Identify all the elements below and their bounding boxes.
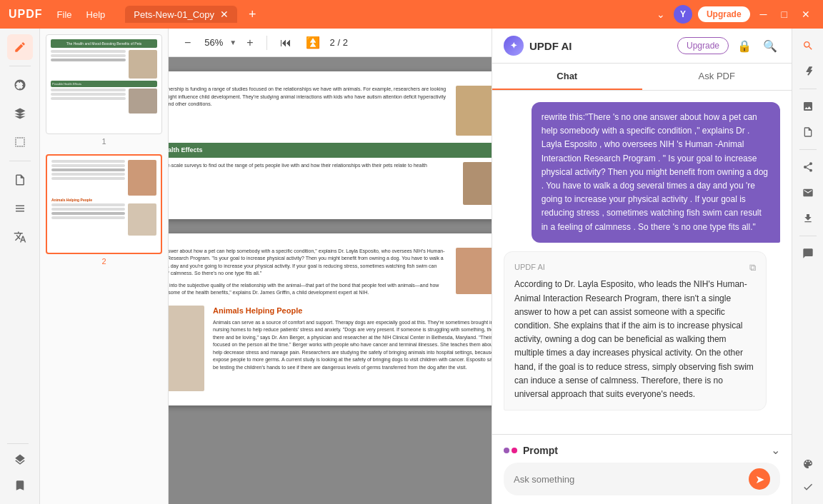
prompt-dot-pink bbox=[512, 448, 517, 453]
main-container: The Health and Mood-Boosting Benefits of… bbox=[0, 29, 823, 504]
sidebar-item-organize[interactable] bbox=[7, 196, 33, 221]
page2-animals-section: Animals Helping People Animals can serve… bbox=[169, 306, 492, 391]
page2-image-1 bbox=[456, 248, 492, 294]
sidebar-item-pages[interactable] bbox=[7, 167, 33, 193]
close-button[interactable]: ✕ bbox=[797, 9, 814, 20]
ai-label-text: UPDF AI bbox=[514, 261, 545, 274]
rt-chat-icon[interactable] bbox=[797, 242, 819, 265]
title-bar-right: Y Upgrade ─ □ ✕ bbox=[674, 5, 814, 24]
page1-para2: NIH is funding large-scale surveys to fi… bbox=[169, 162, 456, 205]
thumbnail-2-label: 2 bbox=[46, 257, 162, 266]
toolbar-separator-1 bbox=[266, 36, 267, 50]
ai-search-icon[interactable]: 🔍 bbox=[760, 36, 780, 56]
rt-image-icon[interactable] bbox=[797, 95, 819, 118]
sidebar-item-edit[interactable] bbox=[7, 34, 33, 60]
menu-help[interactable]: Help bbox=[81, 6, 111, 23]
doc-toolbar: − 56% ▼ + ⏮ ⏫ 2 / 2 bbox=[169, 29, 492, 57]
document-page-2: "There's no one answer about how a pet c… bbox=[169, 233, 492, 405]
prompt-dropdown-icon[interactable]: ⌄ bbox=[771, 443, 780, 457]
rt-color-icon[interactable] bbox=[797, 453, 819, 475]
tab-dropdown-icon[interactable]: ⌄ bbox=[657, 9, 665, 20]
rt-share-icon[interactable] bbox=[797, 156, 819, 178]
sidebar-item-comment[interactable] bbox=[7, 72, 33, 98]
rt-ai-chat-icon[interactable] bbox=[797, 475, 819, 498]
page-first-button[interactable]: ⏮ bbox=[276, 34, 296, 52]
rt-mail-icon[interactable] bbox=[797, 181, 819, 204]
minimize-button[interactable]: ─ bbox=[756, 9, 772, 20]
ai-logo-icon: ✦ bbox=[504, 36, 524, 56]
document-area: − 56% ▼ + ⏮ ⏫ 2 / 2 The NIH/Mars Partner… bbox=[169, 29, 492, 504]
page-indicator: 2 / 2 bbox=[330, 37, 348, 48]
prompt-dot-purple bbox=[504, 448, 509, 453]
document-page-1: The NIH/Mars Partnership is funding a ra… bbox=[169, 71, 492, 219]
title-bar: UPDF File Help Pets-New-01_Copy ✕ + ⌄ Y … bbox=[0, 0, 823, 29]
page2-top: "There's no one answer about how a pet c… bbox=[169, 248, 492, 298]
zoom-value: 56% bbox=[201, 37, 226, 48]
zoom-dropdown-icon[interactable]: ▼ bbox=[229, 39, 236, 46]
tab-ask-pdf[interactable]: Ask PDF bbox=[642, 64, 792, 90]
sidebar-item-tools[interactable] bbox=[7, 224, 33, 250]
tab-active[interactable]: Pets-New-01_Copy ✕ bbox=[125, 6, 237, 23]
ai-header-left: ✦ UPDF AI bbox=[504, 36, 572, 56]
upgrade-button[interactable]: Upgrade bbox=[698, 6, 750, 22]
animals-body-text: Animals can serve as a source of comfort… bbox=[213, 319, 492, 372]
sidebar-item-view[interactable] bbox=[7, 129, 33, 155]
ai-panel: ✦ UPDF AI Upgrade 🔒 🔍 Chat Ask PDF rewri… bbox=[492, 29, 792, 504]
prompt-send-button[interactable]: ➤ bbox=[749, 468, 770, 490]
rt-divider-3 bbox=[799, 236, 817, 236]
new-tab-button[interactable]: + bbox=[249, 7, 256, 22]
rt-divider-1 bbox=[799, 89, 817, 89]
left-sidebar bbox=[0, 29, 40, 504]
rt-document-icon[interactable] bbox=[797, 121, 819, 143]
ai-header: ✦ UPDF AI Upgrade 🔒 🔍 bbox=[492, 29, 792, 64]
zoom-in-button[interactable]: + bbox=[242, 34, 257, 52]
ai-messages: rewrite this:"There 's no one answer abo… bbox=[492, 91, 792, 434]
page2-animals-text: Animals Helping People Animals can serve… bbox=[213, 306, 492, 391]
right-toolbar bbox=[792, 29, 823, 504]
ai-message-text: According to Dr. Layla Esposito, who lea… bbox=[514, 279, 754, 399]
sidebar-item-highlight[interactable] bbox=[7, 101, 33, 126]
maximize-button[interactable]: □ bbox=[777, 9, 792, 20]
rt-download-icon[interactable] bbox=[797, 207, 819, 230]
menu-file[interactable]: File bbox=[51, 6, 78, 23]
thumbnail-1-label: 1 bbox=[46, 137, 162, 146]
page2-quote2: "We're trying to tap into the subjective… bbox=[169, 282, 447, 297]
ai-message: UPDF AI ⧉ According to Dr. Layla Esposit… bbox=[504, 251, 767, 410]
page1-para1: The NIH/Mars Partnership is funding a ra… bbox=[169, 86, 447, 109]
ai-tabs: Chat Ask PDF bbox=[492, 64, 792, 91]
ai-message-label: UPDF AI ⧉ bbox=[514, 261, 756, 276]
rt-divider-2 bbox=[799, 149, 817, 150]
tab-title: Pets-New-01_Copy bbox=[134, 9, 214, 20]
prompt-dots bbox=[504, 448, 517, 453]
page2-images bbox=[456, 248, 492, 298]
app-logo: UPDF bbox=[9, 8, 43, 21]
user-message: rewrite this:"There 's no one answer abo… bbox=[532, 102, 780, 243]
prompt-label: Prompt bbox=[523, 445, 558, 456]
sidebar-divider-3 bbox=[7, 443, 29, 444]
page1-image-2 bbox=[463, 162, 492, 205]
sidebar-item-layers[interactable] bbox=[7, 447, 33, 473]
prompt-label-row: Prompt bbox=[504, 445, 558, 456]
copy-icon[interactable]: ⧉ bbox=[749, 261, 756, 276]
rt-bottom-icons bbox=[797, 453, 819, 498]
ai-lock-icon[interactable]: 🔒 bbox=[734, 36, 754, 56]
sidebar-divider-2 bbox=[9, 161, 31, 161]
zoom-out-button[interactable]: − bbox=[180, 34, 195, 52]
sidebar-item-bookmark[interactable] bbox=[7, 473, 33, 498]
tab-close-icon[interactable]: ✕ bbox=[220, 9, 229, 20]
page2-animals-image bbox=[169, 306, 204, 391]
user-avatar[interactable]: Y bbox=[674, 5, 692, 24]
page2-quote1: "There's no one answer about how a pet c… bbox=[169, 248, 447, 278]
thumbnail-page-1[interactable]: The Health and Mood-Boosting Benefits of… bbox=[46, 34, 162, 146]
doc-content: The NIH/Mars Partnership is funding a ra… bbox=[169, 57, 492, 504]
page-up-button[interactable]: ⏫ bbox=[301, 33, 324, 52]
thumbnail-page-1-img: The Health and Mood-Boosting Benefits of… bbox=[46, 34, 162, 134]
tab-chat[interactable]: Chat bbox=[492, 64, 642, 90]
rt-search-icon[interactable] bbox=[797, 34, 819, 57]
page1-section-title: Possible Health Effects bbox=[169, 143, 492, 158]
rt-ocr-icon[interactable] bbox=[797, 60, 819, 83]
thumbnail-page-2[interactable]: Animals Helping People 2 bbox=[46, 154, 162, 266]
ai-upgrade-button[interactable]: Upgrade bbox=[677, 37, 729, 54]
prompt-input[interactable] bbox=[514, 474, 743, 485]
prompt-header: Prompt ⌄ bbox=[504, 443, 780, 457]
